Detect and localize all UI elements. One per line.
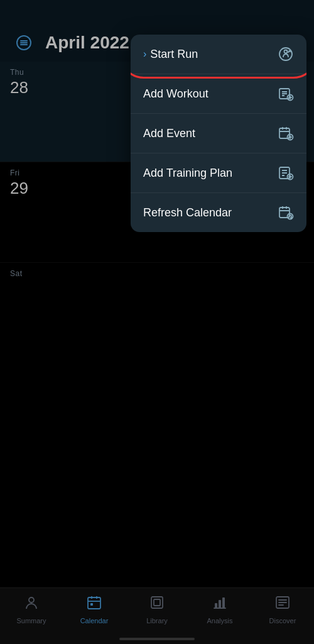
chevron-icon: › — [143, 48, 146, 60]
menu-item-add-workout[interactable]: Add Workout — [131, 74, 306, 114]
svg-rect-21 — [279, 128, 290, 138]
start-run-icon — [278, 46, 294, 62]
dropdown-menu: › Start Run Add Workout — [131, 35, 306, 232]
add-training-plan-icon — [278, 165, 294, 181]
svg-point-12 — [284, 50, 288, 53]
svg-rect-35 — [279, 208, 290, 218]
start-run-label: › Start Run — [143, 48, 198, 61]
add-event-label: Add Event — [143, 127, 195, 140]
menu-item-refresh-calendar[interactable]: Refresh Calendar — [131, 193, 306, 232]
refresh-calendar-icon — [278, 204, 294, 221]
add-workout-label: Add Workout — [143, 87, 208, 101]
refresh-calendar-label: Refresh Calendar — [143, 206, 232, 219]
add-workout-icon — [278, 86, 294, 102]
menu-item-add-event[interactable]: Add Event — [131, 114, 306, 153]
menu-item-add-training-plan[interactable]: Add Training Plan — [131, 153, 306, 193]
add-training-plan-label: Add Training Plan — [143, 167, 232, 180]
add-event-icon — [278, 125, 294, 142]
menu-item-start-run[interactable]: › Start Run — [131, 35, 306, 74]
